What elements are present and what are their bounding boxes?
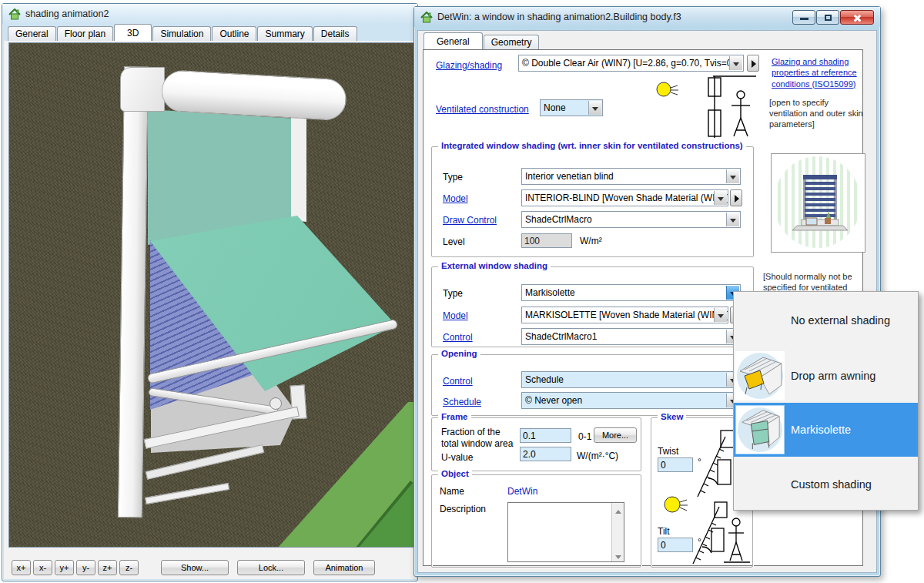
opening-group: Opening Control Schedule Schedule © Neve…	[431, 354, 754, 416]
combo-arrow-icon[interactable]	[726, 169, 739, 183]
house-icon	[420, 12, 433, 23]
show-button[interactable]: Show...	[161, 560, 229, 575]
scene-window-titlebar[interactable]: shading animation2	[2, 4, 417, 24]
glazing-detail-button[interactable]	[747, 55, 759, 72]
animation-button[interactable]: Animation	[313, 560, 375, 575]
combo-arrow-icon[interactable]	[714, 308, 727, 322]
dropdown-item-custom-shading[interactable]: Custom shading	[734, 457, 918, 511]
draw-control-link[interactable]: Draw Control	[443, 215, 497, 226]
ventilated-note: [open to specify ventilation and outer s…	[769, 98, 866, 129]
maximize-button[interactable]	[816, 10, 839, 25]
opening-control-combobox[interactable]: Schedule	[521, 371, 741, 388]
viewport-toolbar: x+ x- y+ y- z+ z- Show... Lock... Animat…	[4, 555, 416, 579]
minimize-button[interactable]	[792, 10, 815, 25]
tab-geometry[interactable]: Geometry	[484, 35, 540, 49]
opening-control-link[interactable]: Control	[443, 376, 473, 387]
opening-legend: Opening	[438, 349, 480, 358]
draw-control-combobox[interactable]: ShadeCtrlMacro	[521, 211, 741, 228]
opening-schedule-value: © Never open	[525, 395, 582, 406]
scroll-down-icon[interactable]	[613, 551, 623, 561]
twist-label: Twist	[658, 446, 678, 457]
ventilated-combobox[interactable]: None	[540, 99, 603, 116]
draw-control-value: ShadeCtrlMacro	[525, 214, 592, 225]
external-model-combobox[interactable]: MARKISOLETTE [Woven Shade Material (WIN7…	[521, 307, 728, 323]
tab-simulation[interactable]: Simulation	[152, 26, 211, 41]
3d-viewport[interactable]	[8, 42, 414, 548]
object-legend: Object	[438, 469, 472, 478]
y-minus-button[interactable]: y-	[76, 560, 95, 575]
type-label: Type	[443, 288, 463, 299]
integrated-shading-group: Integrated window shading (wrt. inner sk…	[431, 146, 754, 257]
tab-floor-plan[interactable]: Floor plan	[57, 26, 113, 41]
level-input	[521, 233, 572, 248]
dropdown-item-no-external-shading[interactable]: No external shading	[734, 292, 918, 349]
scene-window-title: shading animation2	[25, 8, 109, 19]
tab-outline[interactable]: Outline	[212, 26, 256, 41]
integrated-type-combobox[interactable]: Interior venetian blind	[521, 168, 741, 185]
detwin-title: DetWin: a window in shading animation2.B…	[437, 12, 681, 22]
external-control-link[interactable]: Control	[443, 332, 473, 343]
y-plus-button[interactable]: y+	[55, 560, 74, 575]
fraction-label-line1: Fraction of the	[441, 427, 500, 437]
integrated-shading-legend: Integrated window shading (wrt. inner sk…	[438, 141, 746, 150]
dropdown-item-drop-arm-awning[interactable]: Drop arm awning	[734, 349, 918, 403]
dropdown-item-label: Markisolette	[791, 424, 851, 436]
z-plus-button[interactable]: z+	[98, 560, 117, 575]
external-model-value: MARKISOLETTE [Woven Shade Material (WIN7…	[525, 310, 728, 320]
more-button[interactable]: More...	[594, 427, 637, 443]
external-control-value: ShadeCtrlMacro1	[525, 331, 597, 342]
z-minus-button[interactable]: z-	[119, 560, 139, 575]
glazing-shading-link[interactable]: Glazing/shading	[436, 60, 502, 71]
integrated-model-value: INTERIOR-BLIND [Woven Shade Material (WI…	[525, 193, 728, 203]
lock-button[interactable]: Lock...	[237, 560, 305, 575]
description-textarea[interactable]	[507, 502, 624, 562]
x-minus-button[interactable]: x-	[33, 560, 52, 575]
description-scrollbar[interactable]	[611, 503, 624, 561]
external-type-value: Markisolette	[525, 287, 575, 298]
combo-arrow-icon[interactable]	[729, 56, 742, 70]
venetian-blind-preview	[771, 153, 865, 253]
external-shading-legend: External window shading	[438, 261, 551, 270]
combo-arrow-icon[interactable]	[726, 213, 739, 226]
ventilated-construction-link[interactable]: Ventilated construction	[436, 104, 529, 115]
opening-schedule-combobox[interactable]: © Never open	[521, 392, 741, 409]
opening-control-value: Schedule	[525, 374, 564, 385]
name-label: Name	[440, 486, 464, 497]
combo-arrow-icon[interactable]	[714, 191, 727, 205]
tab-details[interactable]: Details	[313, 26, 357, 41]
house-icon	[8, 8, 21, 20]
frame-legend: Frame	[438, 412, 471, 421]
scroll-up-icon[interactable]	[613, 503, 623, 514]
combo-arrow-icon[interactable]	[588, 101, 601, 115]
venetian-blind-preview-image	[774, 156, 861, 248]
uvalue-unit: W/(m²·°C)	[577, 451, 618, 461]
integrated-model-link[interactable]: Model	[443, 193, 468, 204]
external-type-combobox[interactable]: Markisolette	[521, 284, 741, 301]
external-model-link[interactable]: Model	[443, 310, 468, 321]
fraction-input[interactable]	[520, 428, 571, 443]
external-control-combobox[interactable]: ShadeCtrlMacro1	[521, 328, 741, 345]
tab-general[interactable]: General	[8, 26, 56, 41]
integrated-model-combobox[interactable]: INTERIOR-BLIND [Woven Shade Material (WI…	[521, 189, 728, 206]
close-button[interactable]	[840, 10, 874, 25]
tab-3d[interactable]: 3D	[114, 24, 152, 41]
opening-schedule-link[interactable]: Schedule	[443, 397, 481, 407]
external-type-dropdown: No external shading Drop arm awning	[733, 291, 919, 511]
twist-input[interactable]	[658, 457, 693, 472]
glazing-properties-link[interactable]: Glazing and shading properties at refere…	[772, 56, 862, 89]
uvalue-input[interactable]	[520, 447, 571, 461]
sun-icon	[654, 81, 679, 101]
integrated-type-value: Interior venetian blind	[525, 171, 614, 182]
external-shading-group: External window shading Type Markisolett…	[431, 266, 754, 347]
tab-summary[interactable]: Summary	[257, 26, 312, 41]
sun-icon	[662, 495, 688, 515]
detwin-titlebar[interactable]: DetWin: a window in shading animation2.B…	[414, 7, 880, 27]
x-plus-button[interactable]: x+	[12, 560, 31, 575]
glazing-combobox[interactable]: © Double Clear Air (WIN7) [U=2.86, g=0.7…	[518, 55, 744, 72]
tab-general[interactable]: General	[424, 32, 483, 49]
dropdown-item-markisolette[interactable]: Markisolette	[734, 403, 918, 457]
integrated-model-detail-button[interactable]	[730, 189, 742, 206]
level-unit: W/m²	[580, 236, 602, 246]
object-group: Object Name DetWin Description	[431, 474, 641, 568]
fraction-label-line2: total window area	[441, 438, 513, 449]
